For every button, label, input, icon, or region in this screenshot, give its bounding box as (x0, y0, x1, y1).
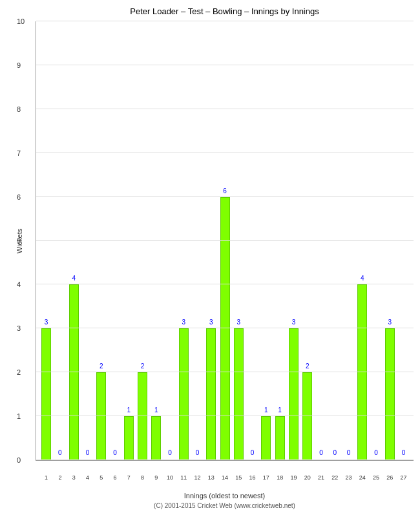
bar-group: 160 (246, 21, 259, 460)
bar-group: 244 (355, 21, 369, 460)
bar-group: 40 (81, 21, 94, 460)
bar-value-label: 2 (141, 363, 145, 370)
x-tick-label: 26 (386, 474, 393, 481)
x-tick-label: 22 (331, 474, 338, 481)
bar-group: 60 (108, 21, 121, 460)
bar-value-label: 0 (251, 449, 255, 456)
bar-value-label: 3 (182, 319, 186, 326)
bar: 3 (179, 328, 189, 460)
x-tick-label: 24 (359, 474, 366, 481)
bar-group: 181 (273, 21, 287, 460)
bar-value-label: 1 (127, 406, 131, 414)
bar-value-label: 4 (361, 275, 364, 282)
bar: 1 (124, 416, 134, 460)
bar-value-label: 3 (292, 319, 296, 326)
bar-group: 250 (369, 21, 383, 460)
y-tick-label: 4 (17, 280, 21, 288)
bar-value-label: 0 (58, 449, 62, 456)
bar: 1 (261, 416, 271, 460)
grid-line (36, 459, 414, 460)
y-tick-label: 1 (17, 412, 21, 420)
bar-group: 193 (287, 21, 300, 460)
x-tick-label: 12 (194, 474, 201, 481)
bar-value-label: 1 (154, 406, 158, 414)
bar: 3 (385, 328, 395, 460)
bar-group: 210 (314, 21, 328, 460)
bar-group: 82 (136, 21, 149, 460)
bar-group: 20 (53, 21, 67, 460)
x-tick-label: 17 (263, 474, 269, 481)
x-tick-label: 18 (277, 474, 283, 481)
x-tick-label: 1 (45, 474, 48, 481)
bar-value-label: 3 (388, 319, 392, 326)
bar: 1 (275, 416, 285, 460)
x-tick-label: 23 (345, 474, 352, 481)
grid-line (36, 153, 414, 153)
bar-value-label: 0 (168, 449, 172, 456)
bars-area: 1320344052607182911001131201331461531601… (36, 21, 414, 460)
bar-value-label: 3 (237, 319, 241, 326)
grid-line (36, 372, 414, 372)
bar-value-label: 0 (402, 449, 406, 456)
x-tick-label: 14 (222, 474, 228, 481)
bar-group: 52 (94, 21, 108, 460)
y-tick-label: 5 (17, 237, 21, 245)
x-tick-label: 6 (113, 474, 116, 481)
y-tick-label: 6 (17, 193, 21, 201)
bar-value-label: 1 (278, 406, 282, 414)
x-tick-label: 2 (58, 474, 61, 481)
bar-value-label: 4 (72, 275, 76, 282)
bar-group: 171 (259, 21, 273, 460)
bar-value-label: 2 (100, 363, 103, 370)
bar-group: 133 (204, 21, 218, 460)
grid-line (36, 196, 414, 197)
footer: (C) 2001-2015 Cricket Web (www.cricketwe… (36, 502, 414, 509)
bar: 3 (41, 328, 51, 460)
x-tick-label: 3 (72, 474, 76, 481)
bar-group: 113 (177, 21, 191, 460)
bar: 3 (206, 328, 216, 460)
chart-container: Peter Loader – Test – Bowling – Innings … (0, 0, 420, 517)
bar: 3 (234, 328, 244, 460)
y-tick-label: 10 (17, 17, 25, 25)
grid-line (36, 21, 414, 21)
bar: 3 (289, 328, 299, 460)
y-tick-label: 8 (17, 105, 21, 113)
bar-value-label: 3 (45, 319, 48, 326)
grid-line (36, 416, 414, 416)
x-axis-title: Innings (oldest to newest) (36, 492, 414, 500)
bar-group: 202 (300, 21, 314, 460)
bar-value-label: 0 (347, 449, 351, 456)
grid-line (36, 65, 414, 65)
bar: 4 (69, 284, 79, 460)
x-tick-label: 27 (401, 474, 407, 481)
bar-value-label: 0 (333, 449, 337, 456)
bar-value-label: 0 (374, 449, 378, 456)
chart-area: Wickets 13203440526071829110011312013314… (36, 21, 414, 461)
bar-value-label: 0 (86, 449, 90, 456)
y-tick-label: 7 (17, 149, 21, 157)
bar-group: 146 (218, 21, 231, 460)
x-tick-label: 15 (235, 474, 242, 481)
x-tick-label: 11 (180, 474, 187, 481)
x-tick-label: 21 (318, 474, 324, 481)
y-tick-label: 3 (17, 324, 21, 332)
bar-group: 270 (397, 21, 410, 460)
x-tick-label: 5 (100, 474, 103, 481)
grid-line (36, 328, 414, 328)
bar-value-label: 0 (319, 449, 323, 456)
bar-value-label: 6 (223, 187, 227, 195)
x-tick-label: 8 (141, 474, 144, 481)
x-tick-label: 20 (304, 474, 311, 481)
x-tick-label: 10 (167, 474, 173, 481)
bar-value-label: 2 (306, 363, 310, 370)
grid-line (36, 240, 414, 241)
bar-group: 120 (191, 21, 204, 460)
x-tick-label: 25 (373, 474, 379, 481)
bar-group: 100 (163, 21, 176, 460)
bar-group: 91 (149, 21, 163, 460)
y-tick-label: 0 (17, 456, 21, 464)
y-tick-label: 2 (17, 368, 21, 376)
bar-value-label: 0 (196, 449, 200, 456)
bar: 1 (151, 416, 161, 460)
